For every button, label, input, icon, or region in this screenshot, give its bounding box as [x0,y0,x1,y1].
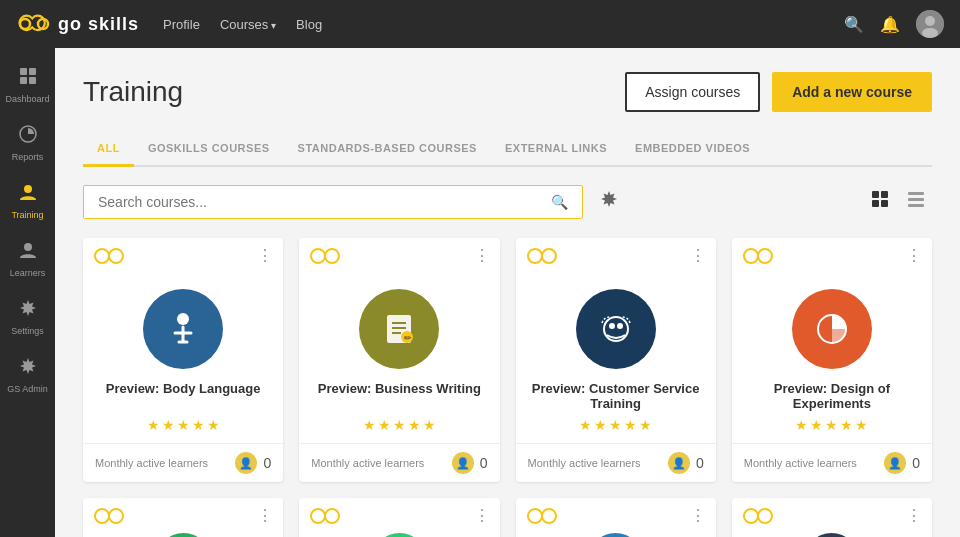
learner-count-1: 0 [263,455,271,471]
nav-icons: 🔍 🔔 [844,10,944,38]
logo[interactable]: go skills [16,13,139,35]
course-icon-1 [143,289,223,369]
card-menu-7[interactable]: ⋮ [690,506,706,525]
card-top-5: ⋮ [83,498,283,533]
card-image-7: 📈 [516,533,716,537]
dashboard-icon [18,66,38,91]
gs-admin-icon [18,356,38,381]
course-card-3: ⋮ Preview: Customer Service Training ★ ★… [516,238,716,482]
card-menu-6[interactable]: ⋮ [474,506,490,525]
card-top-6: ⋮ [299,498,499,533]
nav-profile[interactable]: Profile [163,17,200,32]
sidebar-item-dashboard[interactable]: Dashboard [0,56,55,114]
svg-rect-16 [881,191,888,198]
tab-embedded[interactable]: EMBEDDED VIDEOS [621,132,764,167]
svg-point-45 [325,509,339,523]
svg-point-22 [95,249,109,263]
notifications-button[interactable]: 🔔 [880,15,900,34]
svg-point-11 [24,243,32,251]
sidebar-label-dashboard: Dashboard [5,94,49,104]
svg-point-39 [744,249,758,263]
svg-rect-21 [908,204,924,207]
courses-grid-bottom: ⋮ ⚙ ⋮ 📋 ⋮ � [83,498,932,537]
nav-links: Profile Courses Blog [163,17,322,32]
svg-point-47 [542,509,556,523]
card-menu-3[interactable]: ⋮ [690,246,706,265]
course-icon-8: 📊 [804,533,859,537]
course-icon-3 [576,289,656,369]
nav-courses[interactable]: Courses [220,17,276,32]
svg-rect-19 [908,192,924,195]
sidebar-label-training: Training [11,210,43,220]
learner-icon-3: 👤 [668,452,690,474]
svg-point-23 [109,249,123,263]
card-menu-8[interactable]: ⋮ [906,506,922,525]
svg-point-35 [542,249,556,263]
search-icon: 🔍 [551,194,568,210]
card-menu-1[interactable]: ⋮ [257,246,273,265]
card-stars-3: ★ ★ ★ ★ ★ [516,417,716,443]
svg-point-42 [95,509,109,523]
nav-blog[interactable]: Blog [296,17,322,32]
card-image-8: 📊 [732,533,932,537]
grid-view-button[interactable] [864,185,896,218]
card-menu-5[interactable]: ⋮ [257,506,273,525]
assign-courses-button[interactable]: Assign courses [625,72,760,112]
add-course-button[interactable]: Add a new course [772,72,932,112]
sidebar-label-reports: Reports [12,152,44,162]
card-stars-2: ★ ★ ★ ★ ★ [299,417,499,443]
svg-point-27 [325,249,339,263]
card-top-8: ⋮ [732,498,932,533]
search-icon-button[interactable]: 🔍 [844,15,864,34]
sidebar-item-reports[interactable]: Reports [0,114,55,172]
sidebar-item-gs-admin[interactable]: GS Admin [0,346,55,404]
top-navigation: go skills Profile Courses Blog 🔍 🔔 [0,0,960,48]
card-stars-1: ★ ★ ★ ★ ★ [83,417,283,443]
search-input[interactable] [98,194,551,210]
page-title: Training [83,76,183,108]
tab-goskills[interactable]: GOSKILLS COURSES [134,132,284,167]
tab-all[interactable]: ALL [83,132,134,167]
sidebar-label-settings: Settings [11,326,44,336]
card-title-1: Preview: Body Language [83,381,283,417]
svg-point-26 [311,249,325,263]
svg-rect-17 [872,200,879,207]
footer-label-4: Monthly active learners [744,457,878,469]
svg-rect-18 [881,200,888,207]
settings-icon [18,298,38,323]
card-footer-1: Monthly active learners 👤 0 [83,443,283,482]
sidebar-label-learners: Learners [10,268,46,278]
svg-rect-8 [29,77,36,84]
svg-point-37 [609,323,615,329]
tab-external[interactable]: EXTERNAL LINKS [491,132,621,167]
svg-rect-20 [908,198,924,201]
sidebar-item-settings[interactable]: Settings [0,288,55,346]
sidebar-item-learners[interactable]: Learners [0,230,55,288]
course-icon-6: 📋 [372,533,427,537]
card-title-4: Preview: Design of Experiments [732,381,932,417]
goskills-logo-1 [93,247,125,265]
search-bar-row: 🔍 [83,183,932,220]
view-toggle [864,185,932,218]
course-card-8: ⋮ 📊 [732,498,932,537]
list-view-button[interactable] [900,185,932,218]
svg-point-48 [744,509,758,523]
svg-point-43 [109,509,123,523]
page-header: Training Assign courses Add a new course [83,72,932,112]
svg-point-38 [617,323,623,329]
user-avatar[interactable] [916,10,944,38]
svg-point-10 [24,185,32,193]
training-icon [18,182,38,207]
card-top-1: ⋮ [83,238,283,273]
sidebar-item-training[interactable]: Training [0,172,55,230]
filter-settings-button[interactable] [593,183,625,220]
card-menu-4[interactable]: ⋮ [906,246,922,265]
tab-standards[interactable]: STANDARDS-BASED COURSES [284,132,491,167]
svg-point-3 [925,16,935,26]
logo-text: go skills [58,14,139,35]
card-menu-2[interactable]: ⋮ [474,246,490,265]
card-footer-2: Monthly active learners 👤 0 [299,443,499,482]
card-image-6: 📋 [299,533,499,537]
main-content: Training Assign courses Add a new course… [55,48,960,537]
card-footer-3: Monthly active learners 👤 0 [516,443,716,482]
